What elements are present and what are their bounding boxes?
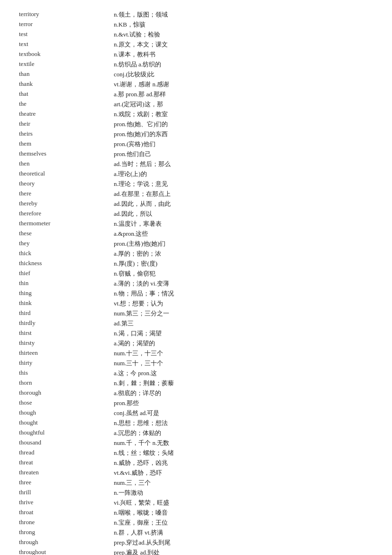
word-row: thenad.当时；然后；那么 — [19, 159, 373, 169]
word-definition: prep.遍及 ad.到处 — [114, 547, 373, 555]
word-definition: a.理论(上)的 — [114, 169, 373, 179]
word-english: therefore — [19, 209, 114, 219]
word-definition: a.&pron.这些 — [114, 229, 373, 239]
word-row: threenum.三，三个 — [19, 478, 373, 488]
word-row: thronen.宝座，御座；王位 — [19, 518, 373, 527]
word-definition: n.KB，惊骇 — [114, 19, 373, 29]
word-english: threat — [19, 458, 114, 468]
word-english: textbook — [19, 49, 114, 59]
word-english: thick — [19, 249, 114, 259]
word-row: thirstn.渴，口渴；渴望 — [19, 328, 373, 338]
word-definition: n.思想；思维；想法 — [114, 418, 373, 428]
word-row: thank vt.谢谢，感谢 n.感谢 — [19, 79, 373, 89]
word-row: those pron.那些 — [19, 398, 373, 408]
word-row: thirstya.渴的；渴望的 — [19, 338, 373, 348]
word-row: textile n.纺织品 a.纺织的 — [19, 59, 373, 69]
word-definition: vi.兴旺，繁荣，旺盛 — [114, 498, 373, 508]
word-definition: n.课本，教科书 — [114, 49, 373, 59]
word-row: thirdlyad.第三 — [19, 318, 373, 328]
word-definition: a.厚的；密的；浓 — [114, 249, 373, 259]
word-english: the — [19, 99, 114, 109]
word-definition: vt.&vi.威胁，恐吓 — [114, 468, 373, 478]
word-english: theatre — [19, 109, 114, 119]
word-row: their pron.他(她、它)们的 — [19, 119, 373, 129]
word-row: testn.&vt.试验；检验 — [19, 29, 373, 39]
word-definition: n.窃贼，偷窃犯 — [114, 268, 373, 278]
word-english: throng — [19, 527, 114, 537]
word-definition: n.威胁，恐吓，凶兆 — [114, 458, 373, 468]
word-definition: n.领土，版图；领域 — [114, 9, 373, 19]
word-english: these — [19, 229, 114, 239]
word-english: throughout — [19, 547, 114, 555]
word-definition: num.第三；三分之一 — [114, 308, 373, 318]
word-row: terrorn.KB，惊骇 — [19, 19, 373, 29]
word-english: throne — [19, 518, 114, 527]
word-english: thoughtful — [19, 428, 114, 438]
word-row: theart.(定冠词)这，那 — [19, 99, 373, 109]
word-english: test — [19, 29, 114, 39]
word-definition: n.一阵激动 — [114, 488, 373, 498]
word-definition: a.渴的；渴望的 — [114, 338, 373, 348]
word-definition: prep.穿过ad.从头到尾 — [114, 537, 373, 547]
word-definition: a.薄的；淡的 vi.变薄 — [114, 278, 373, 288]
word-row: throatn.咽喉，喉咙；嗓音 — [19, 508, 373, 518]
word-row: throngn.群，人群 vt.挤满 — [19, 527, 373, 537]
word-definition: n.戏院；戏剧；教室 — [114, 109, 373, 119]
word-definition: vt.谢谢，感谢 n.感谢 — [114, 79, 373, 89]
word-english: thank — [19, 79, 114, 89]
word-definition: art.(定冠词)这，那 — [114, 99, 373, 109]
word-english: thickness — [19, 259, 114, 268]
word-row: thanconj.(比较级)比 — [19, 69, 373, 79]
word-row: thicknessn.厚(度)；密(度) — [19, 259, 373, 268]
word-english: three — [19, 478, 114, 488]
word-row: thinkvt.想；想要；认为 — [19, 298, 373, 308]
word-row: theoryn.理论；学说；意见 — [19, 179, 373, 189]
word-english: there — [19, 189, 114, 199]
word-definition: n.物；用品；事；情况 — [114, 288, 373, 298]
word-row: thirtynum.三十，三十个 — [19, 358, 373, 368]
word-definition: a.这；今 pron.这 — [114, 368, 373, 378]
word-definition: n.咽喉，喉咙；嗓音 — [114, 508, 373, 518]
word-english: thermometer — [19, 219, 114, 229]
word-english: territory — [19, 9, 114, 19]
word-english: thereby — [19, 199, 114, 209]
word-row: theoreticala.理论(上)的 — [19, 169, 373, 179]
word-row: theatren.戏院；戏剧；教室 — [19, 109, 373, 119]
word-english: text — [19, 39, 114, 49]
word-english: threaten — [19, 468, 114, 478]
word-english: those — [19, 398, 114, 408]
word-definition: ad.因此，从而，由此 — [114, 199, 373, 209]
word-definition: pron.(主格)他(她)们 — [114, 239, 373, 249]
word-english: thought — [19, 418, 114, 428]
word-english: thirdly — [19, 318, 114, 328]
word-definition: num.三，三个 — [114, 478, 373, 488]
word-english: thirty — [19, 358, 114, 368]
word-row: thrivevi.兴旺，繁荣，旺盛 — [19, 498, 373, 508]
word-english: thirteen — [19, 348, 114, 358]
word-definition: n.宝座，御座；王位 — [114, 518, 373, 527]
word-definition: n.线；丝；螺纹；头绪 — [114, 448, 373, 458]
word-definition: pron.那些 — [114, 398, 373, 408]
word-row: thirteennum.十三，十三个 — [19, 348, 373, 358]
word-definition: ad.当时；然后；那么 — [114, 159, 373, 169]
word-row: thata.那 pron.那 ad.那样 — [19, 89, 373, 99]
word-english: they — [19, 239, 114, 249]
word-row: threatn.威胁，恐吓，凶兆 — [19, 458, 373, 468]
word-definition: n.厚(度)；密(度) — [114, 259, 373, 268]
word-row: thingn.物；用品；事；情况 — [19, 288, 373, 298]
word-english: thorn — [19, 378, 114, 388]
word-definition: pron.他(她、它)们的 — [114, 119, 373, 129]
word-definition: ad.因此，所以 — [114, 209, 373, 219]
word-row: through prep.穿过ad.从头到尾 — [19, 537, 373, 547]
word-row: theread.在那里；在那点上 — [19, 189, 373, 199]
word-definition: n.理论；学说；意见 — [114, 179, 373, 189]
word-row: thoughconj.虽然 ad.可是 — [19, 408, 373, 418]
word-english: thief — [19, 268, 114, 278]
word-english: thrill — [19, 488, 114, 498]
word-english: that — [19, 89, 114, 99]
word-row: thermometern.温度计，寒暑表 — [19, 219, 373, 229]
word-row: threatenvt.&vi.威胁，恐吓 — [19, 468, 373, 478]
word-english: theoretical — [19, 169, 114, 179]
word-row: thiefn.窃贼，偷窃犯 — [19, 268, 373, 278]
word-english: textile — [19, 59, 114, 69]
